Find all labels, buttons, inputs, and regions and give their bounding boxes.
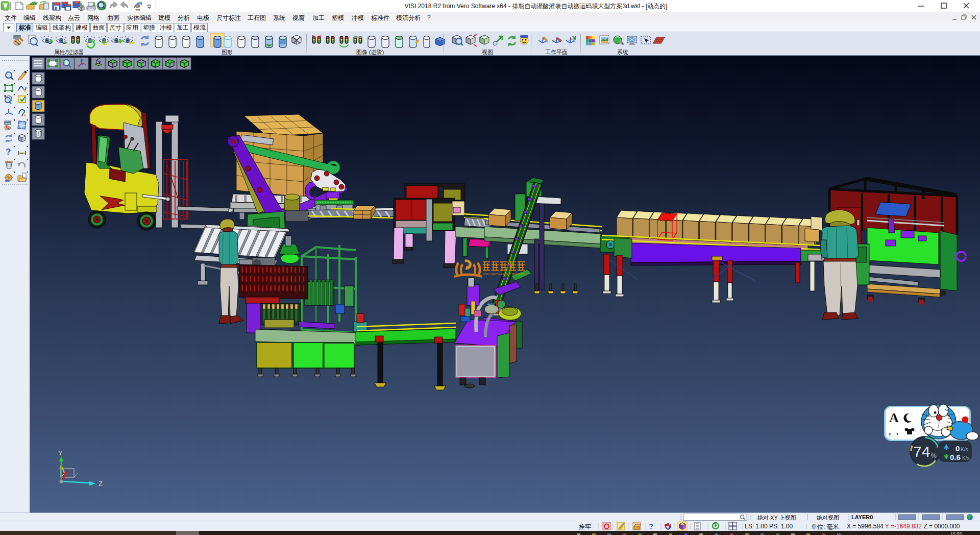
svg-text:K/s: K/s [962,455,969,461]
svg-text:,: , [889,427,891,436]
svg-text:74: 74 [913,443,930,460]
svg-text:Z: Z [99,480,103,488]
svg-text:INTELLIGENT MANUFACTURING DATA: INTELLIGENT MANUFACTURING DATA [483,273,525,276]
svg-text:Y: Y [58,449,63,457]
svg-text:A: A [889,410,899,425]
svg-text:?: ? [6,147,11,157]
svg-text:?: ? [649,522,653,530]
svg-text:0: 0 [955,444,960,453]
svg-text:0.6: 0.6 [950,453,961,461]
svg-text:15:55: 15:55 [950,531,962,535]
svg-text:%: % [931,452,937,459]
svg-text:K/s: K/s [961,447,968,452]
